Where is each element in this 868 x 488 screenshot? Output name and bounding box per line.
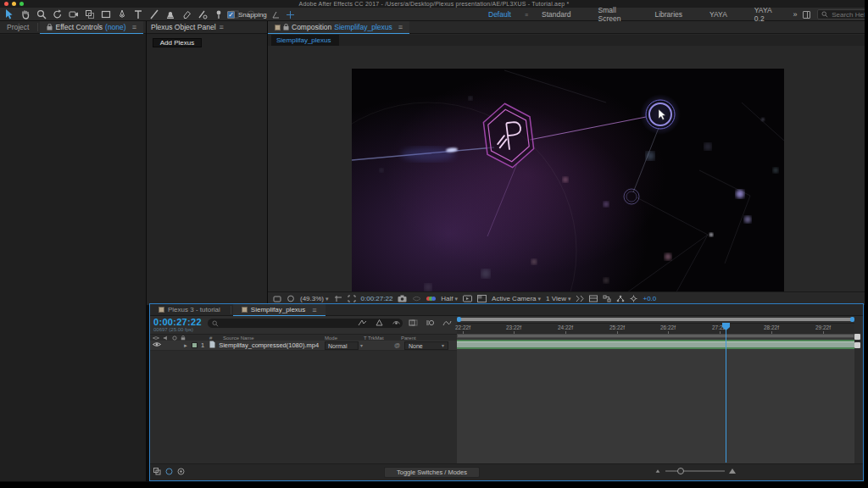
camera-tool-icon[interactable] — [68, 9, 79, 20]
timeline-tab-siemplifay-plexus[interactable]: Siemplifay_plexus ≡ — [233, 304, 326, 316]
draft-3d-icon[interactable] — [375, 319, 384, 327]
zoom-slider-knob[interactable] — [677, 468, 684, 474]
pen-tool-icon[interactable] — [116, 9, 127, 20]
column-parent[interactable]: Parent — [401, 336, 416, 341]
composition-viewer[interactable] — [268, 46, 868, 291]
snapping-label: Snapping — [238, 11, 267, 19]
eraser-tool-icon[interactable] — [181, 9, 192, 20]
parent-dropdown-arrow[interactable]: ▾ — [442, 342, 444, 348]
exposure-value[interactable]: +0.0 — [643, 295, 656, 302]
layer-row-1[interactable]: ► 1 Siemplifay_compressed(1080).mp4 Norm… — [150, 341, 457, 351]
viewer-options-icon[interactable] — [287, 295, 295, 302]
graph-editor-icon[interactable] — [442, 319, 452, 327]
workspace-tab-yaya02[interactable]: YAYA 0.2 — [741, 6, 788, 23]
fast-previews-icon[interactable] — [463, 295, 472, 302]
expand-transfer-controls-icon[interactable] — [165, 468, 173, 475]
shape-tool-icon[interactable] — [100, 9, 111, 20]
show-channels-icon[interactable] — [426, 297, 436, 301]
workspace-tab-standard[interactable]: Standard — [528, 10, 585, 19]
roto-brush-tool-icon[interactable] — [197, 9, 208, 20]
workspace-tab-yaya[interactable]: YAYA — [696, 10, 741, 19]
view-layout-dropdown[interactable]: 1 View ▾ — [546, 295, 570, 302]
brush-tool-icon[interactable] — [148, 9, 159, 20]
workspace-tab-small-screen[interactable]: Small Screen — [585, 6, 642, 23]
zoom-in-icon[interactable] — [729, 469, 736, 474]
column-mode[interactable]: Mode — [325, 336, 337, 341]
column-trkmat[interactable]: T TrkMat — [364, 336, 384, 341]
expand-layer-switches-icon[interactable] — [153, 468, 161, 475]
panel-menu-icon[interactable]: ≡ — [398, 23, 403, 31]
flowchart-tree-icon[interactable] — [616, 295, 625, 302]
type-tool-icon[interactable] — [132, 9, 143, 20]
motion-blur-icon[interactable] — [426, 319, 435, 327]
clone-stamp-tool-icon[interactable] — [164, 9, 175, 20]
mode-dropdown-arrow[interactable]: ▾ — [360, 342, 363, 348]
timeline-track-area[interactable] — [457, 334, 854, 463]
hand-tool-icon[interactable] — [19, 9, 31, 20]
snapping-checkbox[interactable]: ✓ — [227, 11, 235, 19]
parent-pickwhip-icon[interactable]: @ — [394, 342, 400, 348]
composition-frame[interactable] — [352, 69, 784, 308]
pan-behind-tool-icon[interactable] — [84, 9, 95, 20]
time-ruler[interactable]: 22:22f 23:22f 24:22f 25:22f 26:22f 27:22… — [457, 323, 854, 334]
exposure-gear-icon[interactable] — [630, 295, 637, 302]
add-plexus-button[interactable]: Add Plexus — [153, 38, 202, 47]
timeline-button-icon[interactable] — [589, 295, 598, 302]
pixel-aspect-icon[interactable] — [576, 295, 584, 302]
zoom-slider[interactable] — [665, 470, 725, 472]
layer-color-swatch[interactable] — [192, 342, 198, 348]
column-number[interactable]: # — [209, 336, 212, 341]
frame-blending-icon[interactable] — [409, 319, 418, 327]
layer-visibility-icon[interactable] — [153, 341, 161, 349]
layer-expand-chevron[interactable]: ► — [183, 343, 188, 348]
lock-column-icon[interactable] — [181, 336, 186, 341]
workspace-tab-default[interactable]: Default — [475, 10, 525, 19]
camera-dropdown[interactable]: Active Camera ▾ — [492, 295, 541, 302]
tab-composition[interactable]: Composition Siemplifay_plexus ≡ — [268, 21, 409, 34]
viewer-tab-siemplifay-plexus[interactable]: Siemplifay_plexus — [271, 35, 339, 46]
resolution-dropdown[interactable]: Half ▾ — [441, 295, 458, 302]
search-help-input[interactable] — [832, 11, 868, 19]
panel-menu-icon[interactable]: ≡ — [220, 23, 224, 31]
selection-tool-icon[interactable] — [3, 9, 14, 20]
puppet-pin-tool-icon[interactable] — [213, 9, 224, 20]
panel-menu-icon[interactable]: ≡ — [312, 306, 316, 314]
timeline-tab-plexus3-tutorial[interactable]: Plexus 3 - tutorial — [150, 304, 229, 316]
current-timecode[interactable]: 0:00:27:22 — [153, 317, 202, 327]
time-navigator[interactable] — [459, 318, 853, 321]
viewer-lock-icon[interactable] — [273, 295, 281, 302]
audio-column-icon[interactable] — [163, 336, 169, 341]
expand-inout-icon[interactable] — [177, 468, 185, 475]
snap-angle-icon[interactable] — [270, 9, 281, 20]
show-snapshot-icon[interactable] — [412, 295, 421, 302]
comp-timecode[interactable]: 0:00:27:22 — [361, 295, 393, 302]
playhead-line[interactable] — [726, 323, 726, 463]
region-of-interest-icon[interactable] — [348, 295, 356, 302]
snapshot-icon[interactable] — [398, 295, 407, 302]
snap-crosshair-icon[interactable] — [285, 9, 296, 20]
layer-mode-dropdown[interactable]: Normal — [325, 341, 359, 350]
work-area-bar[interactable] — [457, 334, 854, 338]
tab-project[interactable]: Project — [0, 21, 36, 34]
zoom-tool-icon[interactable] — [36, 9, 47, 20]
transparency-grid-icon[interactable] — [477, 295, 487, 302]
workspace-tab-libraries[interactable]: Libraries — [641, 10, 696, 19]
video-column-icon[interactable] — [153, 336, 159, 341]
panel-menu-icon[interactable]: ≡ — [132, 23, 136, 31]
workspace-switcher-icon[interactable] — [803, 11, 811, 19]
layer-source-name[interactable]: Siemplifay_compressed(1080).mp4 — [219, 341, 319, 349]
toggle-switches-modes-button[interactable]: Toggle Switches / Modes — [384, 467, 480, 478]
rotation-tool-icon[interactable] — [52, 9, 63, 20]
comp-mini-flowchart-icon[interactable] — [358, 319, 367, 327]
layer-duration-bar[interactable] — [457, 340, 854, 349]
workspace-overflow-icon[interactable]: » — [793, 10, 798, 19]
hide-shy-icon[interactable] — [392, 319, 401, 327]
column-source-name[interactable]: Source Name — [223, 336, 254, 341]
magnification-dropdown[interactable]: (49.3%) ▾ — [300, 295, 329, 302]
grid-guides-icon[interactable] — [334, 295, 342, 302]
tab-effect-controls[interactable]: Effect Controls (none) ≡ — [40, 21, 142, 34]
track-side-buttons[interactable] — [854, 334, 861, 351]
solo-column-icon[interactable] — [172, 336, 177, 341]
comp-flowchart-icon[interactable] — [603, 295, 611, 302]
zoom-out-icon[interactable] — [656, 469, 660, 473]
